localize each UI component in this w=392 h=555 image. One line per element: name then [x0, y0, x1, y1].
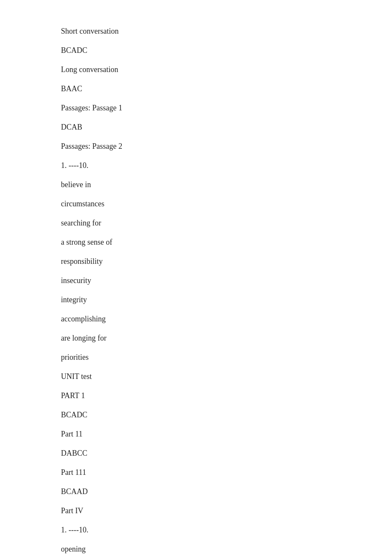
- passages-passage-1: Passages: Passage 1: [61, 102, 392, 114]
- part-11: Part 11: [61, 428, 392, 440]
- responsibility: responsibility: [61, 256, 392, 267]
- priorities: priorities: [61, 352, 392, 363]
- short-conversation: Short conversation: [61, 26, 392, 37]
- baac: BAAC: [61, 83, 392, 95]
- part-111: Part 111: [61, 467, 392, 478]
- bcadc-1: BCADC: [61, 45, 392, 56]
- part-1: PART 1: [61, 390, 392, 402]
- a-strong-sense-of: a strong sense of: [61, 237, 392, 248]
- searching-for: searching for: [61, 217, 392, 229]
- bcadc-2: BCADC: [61, 409, 392, 421]
- circumstances: circumstances: [61, 198, 392, 210]
- unit-test: UNIT test: [61, 371, 392, 382]
- insecurity: insecurity: [61, 275, 392, 286]
- dcab: DCAB: [61, 121, 392, 133]
- passages-passage-2: Passages: Passage 2: [61, 141, 392, 152]
- accomplishing: accomplishing: [61, 313, 392, 325]
- bcaad: BCAAD: [61, 486, 392, 497]
- long-conversation: Long conversation: [61, 64, 392, 75]
- believe-in: believe in: [61, 179, 392, 191]
- integrity: integrity: [61, 294, 392, 306]
- content-area: Short conversationBCADCLong conversation…: [0, 0, 392, 555]
- dabcc: DABCC: [61, 448, 392, 459]
- opening: opening: [61, 543, 392, 555]
- are-longing-for: are longing for: [61, 332, 392, 344]
- part-iv: Part IV: [61, 505, 392, 517]
- numbered-1-10-2: 1. ----10.: [61, 524, 392, 536]
- numbered-1-10: 1. ----10.: [61, 160, 392, 171]
